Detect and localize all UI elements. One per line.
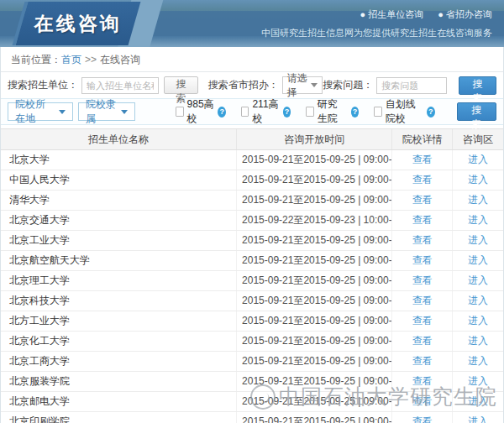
filter-checkbox-group[interactable]: 211高校 ? (241, 97, 291, 126)
enter-link[interactable]: 进入 (468, 415, 488, 423)
enter-link[interactable]: 进入 (468, 233, 488, 248)
row-unit-name: 北京交通大学 (1, 211, 237, 230)
enter-link[interactable]: 进入 (468, 153, 488, 167)
row-unit-name: 北京工商大学 (1, 352, 237, 371)
table-row: 北京大学 2015-09-21至2015-09-25 | 09:00-17:00… (1, 150, 503, 170)
table-body: 北京大学 2015-09-21至2015-09-25 | 09:00-17:00… (1, 150, 503, 423)
filter-checkbox-group[interactable]: 985高校 ? (176, 97, 226, 126)
search-province-label: 搜索省市招办： (208, 78, 279, 92)
view-link[interactable]: 查看 (412, 394, 433, 409)
table-row: 北京航空航天大学 2015-09-21至2015-09-25 | 09:00-1… (1, 251, 503, 271)
banner-link-province-consult[interactable]: ● 省招办咨询 (438, 9, 492, 19)
table-header: 招生单位名称 咨询开放时间 院校详情 咨询区 (1, 129, 503, 150)
table-row: 北京印刷学院 2015-09-21至2015-09-25 | 09:00-17:… (1, 412, 503, 423)
location-dropdown[interactable]: 院校所在地 (8, 102, 73, 121)
view-link[interactable]: 查看 (412, 334, 433, 348)
header-unit-name: 招生单位名称 (1, 129, 237, 149)
row-open-time: 2015-09-21至2015-09-25 | 09:00-17:00 (237, 332, 392, 351)
view-link[interactable]: 查看 (412, 294, 433, 308)
enter-link[interactable]: 进入 (468, 334, 488, 348)
checkbox-label: 研究生院 (318, 97, 348, 126)
search-question-label: 搜索问题： (323, 78, 373, 92)
view-link[interactable]: 查看 (412, 173, 433, 187)
search-question-button[interactable]: 搜索 (459, 76, 496, 95)
chevron-down-icon (311, 83, 318, 87)
enter-link[interactable]: 进入 (468, 314, 488, 328)
banner-links: ● 招生单位咨询 ● 省招办咨询 (261, 8, 492, 21)
view-link[interactable]: 查看 (412, 314, 433, 328)
row-open-time: 2015-09-21至2015-09-25 | 09:00-17:00 (237, 352, 392, 371)
help-icon[interactable]: ? (218, 107, 226, 118)
view-link[interactable]: 查看 (412, 193, 433, 207)
checkbox-icon[interactable] (306, 107, 313, 117)
help-icon[interactable]: ? (427, 107, 435, 118)
checkbox-icon[interactable] (374, 107, 382, 117)
table-row: 北京科技大学 2015-09-21至2015-09-25 | 09:00-17:… (1, 291, 503, 311)
view-link[interactable]: 查看 (412, 253, 433, 268)
row-open-time: 2015-09-21至2015-09-25 | 09:00-17:00 (237, 271, 392, 290)
row-open-time: 2015-09-21至2015-09-25 | 09:00-17:00 (237, 372, 392, 391)
page-title: 在线咨询 (34, 11, 122, 37)
affiliation-dropdown-label: 院校隶属 (86, 97, 116, 126)
view-link[interactable]: 查看 (412, 153, 433, 167)
breadcrumb-separator: >> (85, 54, 97, 65)
enter-link[interactable]: 进入 (468, 253, 488, 268)
search-bar: 搜索招生单位： 搜索 搜索省市招办： 请选择 搜索问题： 搜索 (1, 72, 503, 98)
enter-link[interactable]: 进入 (468, 394, 488, 409)
enter-link[interactable]: 进入 (468, 213, 488, 227)
filter-checkbox-group[interactable]: 自划线院校 ? (374, 97, 434, 126)
view-link[interactable]: 查看 (412, 233, 433, 248)
view-link[interactable]: 查看 (412, 374, 433, 389)
row-open-time: 2015-09-21至2015-09-25 | 09:00-17:00 (237, 191, 392, 210)
location-dropdown-label: 院校所在地 (15, 97, 54, 126)
row-unit-name: 北方工业大学 (1, 311, 237, 331)
filter-checkbox-group[interactable]: 研究生院 ? (306, 97, 359, 126)
table-row: 清华大学 2015-09-21至2015-09-25 | 09:00-17:00… (1, 191, 503, 211)
row-open-time: 2015-09-22至2015-09-23 | 10:00-16:00 (237, 211, 392, 230)
row-open-time: 2015-09-21至2015-09-25 | 09:00-17:00 (237, 311, 392, 331)
row-open-time: 2015-09-21至2015-09-25 | 09:00-17:00 (237, 251, 392, 270)
table-row: 北京工商大学 2015-09-21至2015-09-25 | 09:00-17:… (1, 352, 503, 372)
enter-link[interactable]: 进入 (468, 354, 488, 368)
table-row: 北京工业大学 2015-09-21至2015-09-25 | 09:00-17:… (1, 231, 503, 251)
search-unit-input[interactable] (81, 77, 159, 94)
header-consult-zone: 咨询区 (453, 129, 503, 149)
row-unit-name: 北京邮电大学 (1, 392, 237, 411)
filter-bar: 院校所在地 院校隶属 985高校 ? 211高校 ? 研究生院 ? 自划线院校 … (1, 98, 503, 125)
banner-subtitle: 中国研究生招生信息网为您提供研究生招生在线咨询服务 (261, 27, 492, 39)
breadcrumb-home-link[interactable]: 首页 (61, 54, 81, 65)
row-open-time: 2015-09-21至2015-09-25 | 09:00-17:00 (237, 392, 392, 411)
help-icon[interactable]: ? (351, 107, 360, 118)
bullet-icon: ● (360, 9, 366, 19)
table-row: 北京化工大学 2015-09-21至2015-09-25 | 09:00-17:… (1, 332, 503, 352)
bullet-icon: ● (438, 9, 444, 19)
checkbox-icon[interactable] (241, 107, 249, 117)
view-link[interactable]: 查看 (412, 213, 433, 227)
view-link[interactable]: 查看 (412, 274, 433, 288)
enter-link[interactable]: 进入 (468, 173, 488, 187)
table-row: 北京交通大学 2015-09-22至2015-09-23 | 10:00-16:… (1, 211, 503, 231)
enter-link[interactable]: 进入 (468, 374, 488, 389)
affiliation-dropdown[interactable]: 院校隶属 (78, 102, 135, 121)
enter-link[interactable]: 进入 (468, 193, 488, 207)
table-row: 北方工业大学 2015-09-21至2015-09-25 | 09:00-17:… (1, 311, 503, 332)
checkbox-label: 211高校 (252, 97, 279, 126)
row-open-time: 2015-09-21至2015-09-25 | 09:00-17:00 (237, 231, 392, 250)
checkbox-label: 985高校 (187, 97, 215, 126)
view-link[interactable]: 查看 (412, 415, 433, 423)
row-unit-name: 中国人民大学 (1, 170, 237, 190)
enter-link[interactable]: 进入 (468, 294, 488, 308)
search-question-input[interactable] (376, 77, 447, 94)
province-select[interactable]: 请选择 (282, 76, 323, 94)
view-link[interactable]: 查看 (412, 354, 433, 368)
filter-search-button[interactable]: 搜索 (457, 102, 496, 121)
banner-link-unit-consult[interactable]: ● 招生单位咨询 (360, 9, 424, 19)
search-unit-button[interactable]: 搜索 (164, 76, 198, 94)
help-icon[interactable]: ? (283, 107, 291, 118)
header-detail: 院校详情 (392, 129, 453, 149)
enter-link[interactable]: 进入 (468, 274, 488, 288)
checkbox-icon[interactable] (176, 107, 183, 117)
row-unit-name: 北京化工大学 (1, 332, 237, 351)
row-open-time: 2015-09-21至2015-09-25 | 09:00-17:00 (237, 150, 392, 170)
province-select-value: 请选择 (287, 71, 311, 100)
